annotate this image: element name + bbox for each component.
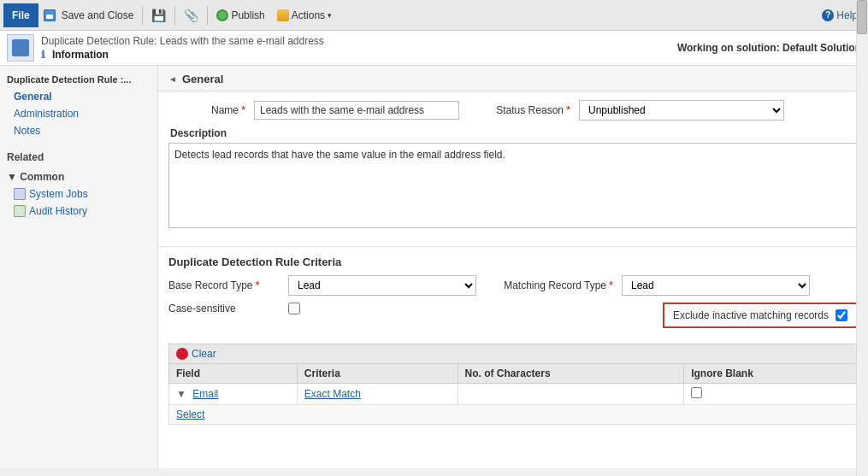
floppy-icon: 💾 xyxy=(151,9,166,22)
info-icon: ℹ xyxy=(41,49,45,61)
col-ignore-blank: Ignore Blank xyxy=(684,364,858,384)
case-sensitive-row: Case-sensitive Exclude inactive matching… xyxy=(168,303,858,328)
base-required-mark: * xyxy=(256,279,260,291)
name-row: Name * Status Reason * Unpublished Publi… xyxy=(168,100,858,120)
help-label: Help xyxy=(836,9,858,21)
system-jobs-label: System Jobs xyxy=(29,188,88,200)
common-arrow-icon: ▼ xyxy=(7,171,20,183)
clear-toolbar: Clear xyxy=(168,344,858,363)
email-link[interactable]: Email xyxy=(192,388,218,400)
form-area: Name * Status Reason * Unpublished Publi… xyxy=(158,91,868,246)
select-link[interactable]: Select xyxy=(176,408,204,420)
actions-button[interactable]: Actions ▾ xyxy=(271,6,338,25)
audit-icon xyxy=(14,205,26,217)
separator-1 xyxy=(142,6,143,25)
header-text: Duplicate Detection Rule: Leads with the… xyxy=(41,35,324,61)
header-left: Duplicate Detection Rule: Leads with the… xyxy=(7,34,324,62)
clear-button[interactable]: Clear xyxy=(192,348,216,360)
exclude-inactive-checkbox[interactable] xyxy=(836,309,847,321)
entity-icon-container xyxy=(7,34,34,62)
sidebar-item-notes[interactable]: Notes xyxy=(0,122,157,139)
actions-icon xyxy=(277,9,289,21)
criteria-cell-exact: Exact Match xyxy=(297,384,458,405)
num-chars-cell xyxy=(458,384,684,405)
name-required-mark: * xyxy=(241,104,245,116)
field-cell-select: Select xyxy=(169,405,858,425)
attach-button[interactable]: 📎 xyxy=(178,5,204,26)
breadcrumb: Duplicate Detection Rule: Leads with the… xyxy=(41,35,324,47)
sidebar-item-general[interactable]: General xyxy=(0,88,157,105)
field-cell-email: ▼ Email xyxy=(169,384,298,405)
case-sensitive-checkbox[interactable] xyxy=(288,303,300,314)
exact-match-link[interactable]: Exact Match xyxy=(304,388,361,400)
col-num-chars: No. of Characters xyxy=(458,364,684,384)
actions-label: Actions xyxy=(292,9,325,21)
col-criteria: Criteria xyxy=(297,364,458,384)
general-label: General xyxy=(14,91,52,103)
base-record-row: Base Record Type * Lead Matching Record … xyxy=(168,275,858,296)
exclude-inactive-label: Exclude inactive matching records xyxy=(673,309,829,321)
ignore-blank-checkbox[interactable] xyxy=(691,387,702,398)
description-row: Description Detects lead records that ha… xyxy=(168,127,858,231)
criteria-table: Field Criteria No. of Characters Ignore … xyxy=(168,363,858,425)
base-record-select[interactable]: Lead xyxy=(288,275,476,296)
sidebar-title: Duplicate Detection Rule :... xyxy=(0,73,157,88)
matching-required-mark: * xyxy=(609,279,613,291)
toolbar: File Save and Close 💾 📎 Publish Actions … xyxy=(0,0,868,31)
base-record-label: Base Record Type * xyxy=(168,279,280,291)
entity-icon xyxy=(12,39,29,56)
separator-3 xyxy=(207,6,208,25)
exclude-box: Exclude inactive matching records xyxy=(663,303,858,328)
status-required-mark: * xyxy=(566,104,570,116)
status-reason-label: Status Reason * xyxy=(468,104,570,116)
description-textarea[interactable]: Detects lead records that have the same … xyxy=(168,143,858,228)
save-close-button[interactable]: Save and Close xyxy=(56,6,140,25)
main-layout: Duplicate Detection Rule :... General Ad… xyxy=(0,66,868,468)
administration-label: Administration xyxy=(14,108,79,120)
sidebar-item-audit-history[interactable]: Audit History xyxy=(0,203,157,220)
table-row-select: Select xyxy=(169,405,858,425)
name-label: Name * xyxy=(168,104,245,116)
case-sensitive-label: Case-sensitive xyxy=(168,303,280,314)
general-section-title: General xyxy=(182,73,223,85)
header-bar: Duplicate Detection Rule: Leads with the… xyxy=(0,31,868,66)
sidebar-item-system-jobs[interactable]: System Jobs xyxy=(0,185,157,203)
exclude-container: Exclude inactive matching records xyxy=(654,303,858,328)
related-title: Related xyxy=(0,146,157,166)
scrollbar-track[interactable] xyxy=(856,66,868,468)
sidebar-item-administration[interactable]: Administration xyxy=(0,105,157,122)
content-wrapper: ◄ General Name * Status Reason * xyxy=(158,66,868,468)
notes-label: Notes xyxy=(14,125,40,137)
save-button[interactable]: 💾 xyxy=(145,5,172,26)
publish-button[interactable]: Publish xyxy=(210,6,270,25)
publish-icon xyxy=(216,9,228,21)
jobs-icon xyxy=(14,188,26,200)
col-field: Field xyxy=(169,364,298,384)
table-row: ▼ Email Exact Match xyxy=(169,384,858,405)
table-header-row: Field Criteria No. of Characters Ignore … xyxy=(169,364,858,384)
content-area: ◄ General Name * Status Reason * xyxy=(158,66,868,468)
ignore-blank-cell xyxy=(684,384,858,405)
file-button[interactable]: File xyxy=(3,3,38,27)
audit-history-label: Audit History xyxy=(29,205,87,217)
criteria-section: Duplicate Detection Rule Criteria Base R… xyxy=(158,246,868,344)
page-title: ℹ Information xyxy=(41,47,324,61)
common-title: ▼ Common xyxy=(0,166,157,185)
clear-icon xyxy=(176,348,188,360)
status-reason-select[interactable]: Unpublished Published xyxy=(579,100,784,120)
row-expand-icon: ▼ xyxy=(176,388,186,400)
matching-record-select[interactable]: Lead xyxy=(622,275,810,296)
criteria-section-title: Duplicate Detection Rule Criteria xyxy=(168,256,858,268)
section-triangle-icon: ◄ xyxy=(168,74,177,84)
matching-record-label: Matching Record Type * xyxy=(485,279,613,291)
publish-label: Publish xyxy=(231,9,264,21)
sidebar: Duplicate Detection Rule :... General Ad… xyxy=(0,66,158,468)
save-icon xyxy=(44,9,56,21)
general-section-header: ◄ General xyxy=(158,66,868,91)
solution-text: Working on solution: Default Solution xyxy=(677,42,861,54)
paperclip-icon: 📎 xyxy=(184,9,198,22)
actions-chevron-icon: ▾ xyxy=(328,11,332,20)
name-input[interactable] xyxy=(254,101,459,120)
separator-2 xyxy=(174,6,175,25)
help-icon: ? xyxy=(822,9,834,21)
